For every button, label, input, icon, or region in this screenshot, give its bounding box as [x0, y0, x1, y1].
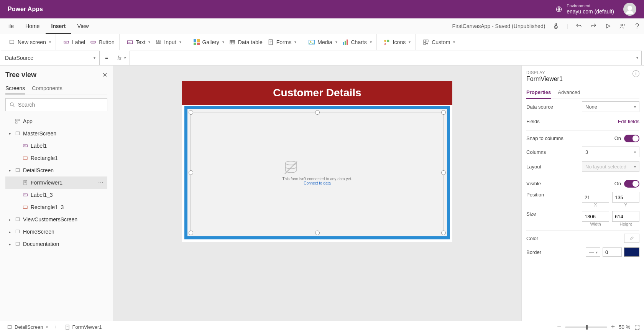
breadcrumb-control[interactable]: FormViewer1	[62, 323, 105, 331]
user-avatar[interactable]	[623, 3, 636, 16]
menu-home[interactable]: Home	[20, 19, 45, 33]
chevron-down-icon: ▾	[634, 165, 636, 169]
resize-handle[interactable]	[315, 110, 320, 115]
svg-rect-36	[24, 180, 27, 185]
snap-toggle[interactable]	[624, 135, 639, 142]
data-source-value: None	[585, 104, 597, 110]
tree-rectangle1[interactable]: Rectangle1	[5, 152, 107, 164]
tree-viewcustomers[interactable]: ▸ ViewCustomersScreen	[5, 213, 107, 226]
formula-input[interactable]: ▾	[130, 51, 642, 65]
chevron-down-icon: ▾	[634, 150, 636, 154]
input-button[interactable]: Input▾	[155, 39, 181, 46]
color-picker[interactable]	[624, 234, 639, 243]
visible-value: On	[614, 181, 621, 186]
visible-toggle[interactable]	[624, 180, 639, 188]
layout-dropdown[interactable]: No layout selected ▾	[582, 161, 639, 172]
zoom-out-button[interactable]: −	[557, 323, 561, 331]
new-screen-button[interactable]: New screen ▾	[8, 39, 51, 46]
resize-handle[interactable]	[315, 231, 320, 235]
tree-label: App	[23, 118, 33, 124]
resize-handle[interactable]	[441, 110, 446, 115]
canvas-screen[interactable]: Customer Details	[182, 81, 452, 242]
menu-view[interactable]: View	[72, 19, 94, 33]
screen-icon	[15, 216, 21, 223]
media-label: Media	[317, 39, 332, 45]
gallery-button[interactable]: Gallery▾	[193, 39, 224, 46]
tab-screens[interactable]: Screens	[5, 83, 25, 94]
form-viewer-selection[interactable]: This form isn't connected to any data ye…	[184, 106, 450, 239]
close-icon[interactable]: ✕	[102, 71, 107, 79]
resize-handle[interactable]	[441, 170, 446, 175]
resize-handle[interactable]	[189, 170, 193, 175]
tree-detailscreen[interactable]: ▾ DetailScreen	[5, 164, 107, 176]
rectangle-icon	[22, 155, 28, 161]
chevron-right-icon[interactable]: ▸	[7, 230, 12, 234]
info-icon[interactable]: i	[632, 70, 639, 77]
edit-fields-link[interactable]: Edit fields	[618, 119, 639, 124]
search-input[interactable]	[18, 102, 103, 108]
zoom-slider[interactable]	[565, 326, 607, 328]
resize-handle[interactable]	[441, 231, 446, 235]
data-source-dropdown[interactable]: None ▾	[582, 101, 639, 112]
canvas-area[interactable]: Customer Details	[113, 66, 521, 321]
tree-rectangle1-3[interactable]: Rectangle1_3	[5, 201, 107, 213]
resize-handle[interactable]	[189, 231, 193, 235]
tree-search[interactable]	[5, 98, 107, 111]
columns-dropdown[interactable]: 3 ▾	[582, 147, 639, 157]
tab-properties[interactable]: Properties	[526, 86, 551, 99]
width-input[interactable]	[582, 211, 609, 222]
chevron-right-icon[interactable]: ▸	[7, 218, 12, 222]
zoom-in-button[interactable]: +	[611, 323, 615, 331]
redo-icon[interactable]	[590, 22, 597, 30]
app-checker-icon[interactable]	[552, 22, 560, 30]
position-y-input[interactable]	[612, 192, 639, 203]
data-table-button[interactable]: Data table	[229, 39, 263, 46]
text-button[interactable]: Text▾	[127, 39, 151, 46]
breadcrumb-screen[interactable]: DetailScreen ▾	[4, 323, 51, 331]
tree-masterscreen[interactable]: ▾ MasterScreen	[5, 127, 107, 140]
svg-rect-19	[343, 42, 344, 45]
tree-label: FormViewer1	[31, 180, 62, 186]
position-x-input[interactable]	[582, 192, 609, 203]
form-icon	[22, 180, 28, 186]
tree-label: Rectangle1_3	[31, 204, 64, 210]
chevron-down-icon[interactable]: ▾	[7, 132, 12, 136]
chevron-down-icon[interactable]: ▾	[7, 168, 12, 173]
environment-block[interactable]: Environment enayu.com (default)	[555, 3, 614, 15]
more-icon[interactable]: ⋯	[98, 180, 107, 186]
help-icon[interactable]: ?	[633, 22, 641, 30]
fullscreen-icon[interactable]	[634, 324, 640, 330]
custom-icon	[422, 39, 429, 46]
tree-app[interactable]: App	[5, 115, 107, 127]
property-dropdown[interactable]: DataSource ▾	[1, 51, 100, 65]
forms-button[interactable]: Forms▾	[267, 39, 297, 46]
svg-rect-40	[16, 230, 19, 233]
border-color-picker[interactable]	[624, 247, 639, 257]
height-input[interactable]	[612, 211, 639, 222]
border-width-input[interactable]	[603, 247, 622, 257]
tab-components[interactable]: Components	[32, 83, 62, 94]
connect-data-link[interactable]: Connect to data	[304, 181, 331, 185]
menu-insert[interactable]: Insert	[46, 19, 71, 34]
tree-label1-3[interactable]: Label1_3	[5, 189, 107, 201]
button-button[interactable]: Button	[90, 39, 114, 46]
menu-file[interactable]: ile	[3, 19, 19, 33]
share-icon[interactable]	[619, 22, 626, 30]
undo-icon[interactable]	[575, 22, 583, 30]
tab-advanced[interactable]: Advanced	[558, 86, 580, 99]
label-button[interactable]: Label	[63, 39, 85, 46]
fx-label[interactable]: fx▾	[113, 55, 130, 61]
play-icon[interactable]	[604, 22, 612, 30]
tree-documentation[interactable]: ▸ Documentation	[5, 238, 107, 250]
border-style-dropdown[interactable]: ▾	[586, 247, 600, 257]
resize-handle[interactable]	[189, 110, 193, 115]
display-label: DISPLAY	[526, 70, 563, 75]
media-button[interactable]: Media▾	[308, 39, 337, 46]
custom-button[interactable]: Custom▾	[422, 39, 455, 46]
icons-button[interactable]: Icons▾	[384, 39, 411, 46]
charts-button[interactable]: Charts▾	[342, 39, 372, 46]
chevron-right-icon[interactable]: ▸	[7, 242, 12, 246]
tree-homescreen[interactable]: ▸ HomeScreen	[5, 226, 107, 238]
tree-formviewer1[interactable]: FormViewer1 ⋯	[5, 176, 107, 189]
tree-label1[interactable]: Label1	[5, 140, 107, 152]
